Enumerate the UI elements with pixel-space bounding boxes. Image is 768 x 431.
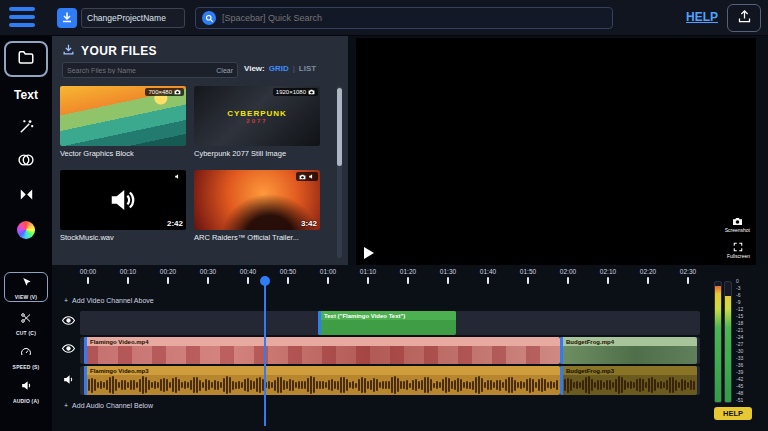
add-audio-channel-button[interactable]: + Add Audio Channel Below <box>64 402 153 409</box>
view-grid-button[interactable]: GRID <box>269 64 289 73</box>
time-ruler[interactable]: 00:00 00:10 00:20 00:30 00:40 00:50 01:0… <box>68 268 708 284</box>
file-thumbnail-stockmusic[interactable]: 2:42 <box>60 170 186 230</box>
ruler-time-label: 00:40 <box>228 268 268 275</box>
file-thumbnail-cyberpunk[interactable]: CYBERPUNK 2077 1920×1080 <box>194 86 320 146</box>
help-link[interactable]: HELP <box>686 10 718 24</box>
timeline-text-clip[interactable]: Text ("Flamingo Video Text") <box>318 311 456 335</box>
wand-icon <box>18 118 35 139</box>
sidebar-item-colors[interactable] <box>4 216 48 244</box>
playhead-line[interactable] <box>264 282 266 426</box>
files-search-clear-button[interactable]: Clear <box>216 67 233 74</box>
meter-scale-number: -33 <box>736 356 743 361</box>
view-toggle: View: GRID | LIST <box>244 64 316 73</box>
clip-label: Text ("Flamingo Video Text") <box>318 311 456 320</box>
timeline-clip-flamingo-audio[interactable]: Flamingo Video.mp3 <box>84 366 560 395</box>
ruler-mark: 01:00 <box>308 268 348 284</box>
ruler-tick <box>407 277 409 284</box>
fullscreen-icon <box>733 242 743 252</box>
audio-meter-left <box>714 281 722 403</box>
file-thumbnail-arc-raiders[interactable]: 3:42 <box>194 170 320 230</box>
ruler-mark: 01:30 <box>428 268 468 284</box>
video-audio-badge <box>296 172 318 181</box>
files-scrollbar[interactable] <box>337 86 342 258</box>
view-list-button[interactable]: LIST <box>299 64 316 73</box>
timeline-clip-flamingo-video[interactable]: Flamingo Video.mp4 <box>84 337 560 364</box>
file-thumbnail-vector-graphics[interactable]: 700×480 <box>60 86 186 146</box>
resolution-badge: 700×480 <box>145 88 184 96</box>
menu-icon[interactable] <box>9 7 37 29</box>
ruler-time-label: 01:00 <box>308 268 348 275</box>
ruler-tick <box>647 277 649 284</box>
audio-meter-right <box>724 281 732 403</box>
meter-scale-number: -6 <box>736 293 743 298</box>
sidebar-item-files[interactable] <box>4 41 48 77</box>
scrollbar-thumb[interactable] <box>337 88 342 166</box>
timeline: 00:00 00:10 00:20 00:30 00:40 00:50 01:0… <box>52 265 768 431</box>
camera-icon <box>299 174 306 180</box>
screenshot-button[interactable]: Screenshot <box>725 217 750 233</box>
quick-search-input[interactable] <box>222 13 606 23</box>
timeline-clip-budgetfrog-video[interactable]: BudgetFrog.mp4 <box>560 337 697 364</box>
meter-scale-number: -36 <box>736 363 743 368</box>
top-bar: HELP <box>0 0 768 36</box>
clip-trim-handle[interactable] <box>84 366 87 395</box>
files-search-box[interactable]: Clear <box>62 62 238 78</box>
color-wheel-icon <box>17 221 35 239</box>
timeline-clip-budgetfrog-audio[interactable]: BudgetFrog.mp3 <box>560 366 697 395</box>
folder-icon <box>17 48 35 70</box>
timeline-tool-view[interactable]: VIEW (V) <box>4 272 48 302</box>
timeline-tool-cut[interactable]: CUT (C) <box>4 308 48 338</box>
camera-icon <box>174 89 181 95</box>
add-video-channel-button[interactable]: + Add Video Channel Above <box>64 297 154 304</box>
meter-scale-number: -3 <box>736 286 743 291</box>
play-icon[interactable] <box>364 247 374 259</box>
ruler-tick <box>327 277 329 284</box>
sidebar-item-elements[interactable] <box>4 114 48 142</box>
timeline-tool-label: CUT (C) <box>16 330 36 336</box>
sidebar-item-transitions[interactable] <box>4 182 48 210</box>
ruler-tick <box>87 277 89 284</box>
speedometer-icon <box>20 344 32 362</box>
video-track-2[interactable]: Flamingo Video.mp4 BudgetFrog.mp4 <box>80 337 700 364</box>
meter-scale-number: -42 <box>736 377 743 382</box>
timeline-help-button[interactable]: HELP <box>714 407 752 420</box>
video-track-1[interactable]: Text ("Flamingo Video Text") <box>80 311 700 335</box>
meter-scale-number: -48 <box>736 391 743 396</box>
eye-icon[interactable] <box>60 343 76 354</box>
eye-icon[interactable] <box>60 315 76 326</box>
clip-trim-handle[interactable] <box>84 337 87 364</box>
meter-scale-number: -21 <box>736 328 743 333</box>
clip-label: Flamingo Video.mp4 <box>84 337 560 346</box>
timeline-tool-audio[interactable]: AUDIO (A) <box>4 376 48 406</box>
meter-scale-number: -18 <box>736 321 743 326</box>
ruler-tick <box>487 277 489 284</box>
meter-scale-number: -30 <box>736 349 743 354</box>
camera-icon <box>732 217 743 226</box>
audio-waveform <box>84 375 560 395</box>
ruler-tick <box>687 277 689 284</box>
audio-badge <box>171 172 184 181</box>
sidebar-item-filters[interactable] <box>4 148 48 176</box>
files-search-input[interactable] <box>67 67 216 74</box>
playhead-handle[interactable] <box>260 276 270 286</box>
audio-track-1[interactable]: Flamingo Video.mp3 BudgetFrog.mp3 <box>80 366 700 395</box>
your-files-panel: YOUR FILES Clear View: GRID | LIST 700×4… <box>52 36 348 265</box>
clip-label: BudgetFrog.mp4 <box>560 337 697 346</box>
import-icon <box>62 42 75 60</box>
clip-trim-handle[interactable] <box>560 366 563 395</box>
clip-trim-handle[interactable] <box>560 337 563 364</box>
clip-trim-handle[interactable] <box>318 311 321 335</box>
ruler-tick <box>287 277 289 284</box>
ruler-time-label: 02:10 <box>588 268 628 275</box>
fullscreen-button[interactable]: Fullscreen <box>727 242 750 259</box>
ruler-mark: 00:20 <box>148 268 188 284</box>
timeline-tool-speed[interactable]: SPEED (S) <box>4 342 48 372</box>
meter-scale-number: 0 <box>736 279 743 284</box>
arrow-down-icon <box>61 9 73 27</box>
quick-search-bar[interactable] <box>195 7 613 29</box>
sidebar-item-text[interactable]: Text <box>4 84 48 106</box>
project-name-input[interactable] <box>81 8 185 28</box>
speaker-icon[interactable] <box>60 373 76 386</box>
export-button[interactable] <box>727 4 761 32</box>
save-project-button[interactable] <box>57 8 77 28</box>
